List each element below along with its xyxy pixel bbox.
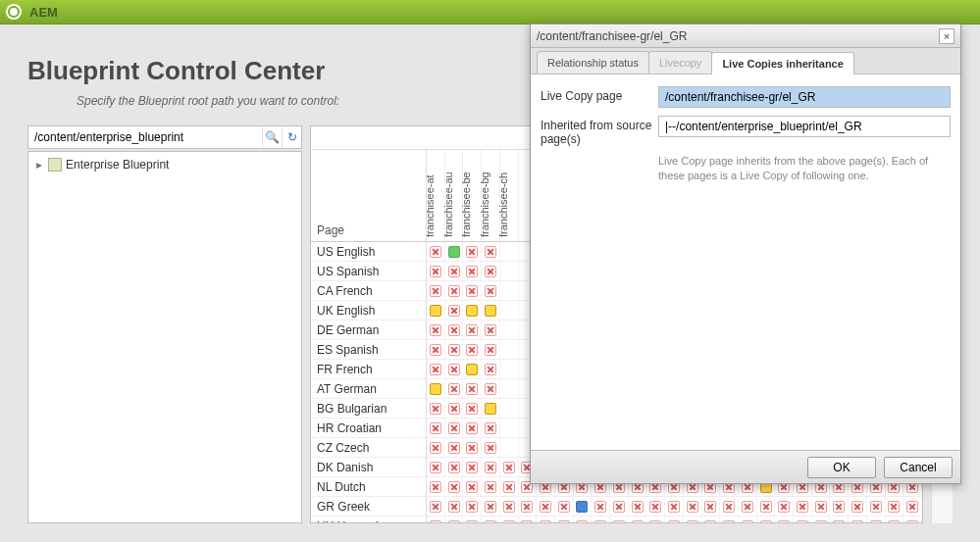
- status-cell[interactable]: [463, 497, 482, 516]
- status-cell[interactable]: [427, 379, 445, 398]
- status-cell[interactable]: [463, 242, 482, 261]
- close-icon[interactable]: ×: [939, 28, 954, 44]
- status-cell[interactable]: [482, 517, 500, 522]
- status-cell[interactable]: [775, 517, 794, 522]
- status-cell[interactable]: [445, 419, 464, 437]
- ok-button[interactable]: OK: [807, 457, 876, 478]
- status-cell[interactable]: [646, 517, 665, 522]
- status-cell[interactable]: [427, 301, 445, 320]
- status-cell[interactable]: [482, 281, 500, 300]
- page-row[interactable]: US English: [311, 242, 426, 262]
- status-cell[interactable]: [646, 497, 665, 516]
- status-cell[interactable]: [500, 517, 519, 522]
- status-cell[interactable]: [482, 301, 500, 320]
- status-cell[interactable]: [445, 340, 464, 359]
- status-cell[interactable]: [445, 379, 464, 398]
- status-cell[interactable]: [482, 360, 500, 378]
- page-row[interactable]: ES Spanish: [311, 340, 426, 360]
- status-cell[interactable]: [445, 517, 464, 522]
- status-cell[interactable]: [427, 419, 445, 437]
- status-cell[interactable]: [555, 497, 574, 516]
- status-cell[interactable]: [537, 497, 555, 516]
- status-cell[interactable]: [886, 497, 904, 516]
- page-row[interactable]: HR Croatian: [311, 419, 426, 438]
- dialog-tab[interactable]: Live Copies inheritance: [711, 52, 853, 74]
- page-row[interactable]: CA French: [311, 281, 426, 301]
- page-row[interactable]: DK Danish: [311, 458, 426, 477]
- tree-item[interactable]: ▸ Enterprise Blueprint: [32, 156, 297, 173]
- status-cell[interactable]: [574, 517, 593, 522]
- status-cell[interactable]: [500, 320, 519, 339]
- status-cell[interactable]: [482, 458, 500, 476]
- expand-icon[interactable]: ▸: [34, 158, 44, 172]
- blueprint-path-input[interactable]: [28, 126, 262, 148]
- status-cell[interactable]: [445, 458, 464, 476]
- cancel-button[interactable]: Cancel: [884, 457, 953, 478]
- status-cell[interactable]: [445, 281, 464, 300]
- dialog-tab[interactable]: Relationship status: [537, 51, 649, 74]
- status-cell[interactable]: [500, 379, 519, 398]
- status-cell[interactable]: [482, 340, 500, 359]
- status-cell[interactable]: [427, 458, 445, 476]
- status-cell[interactable]: [463, 419, 482, 437]
- status-cell[interactable]: [427, 320, 445, 339]
- status-cell[interactable]: [794, 497, 812, 516]
- status-cell[interactable]: [629, 517, 647, 522]
- status-cell[interactable]: [463, 399, 482, 418]
- status-cell[interactable]: [427, 399, 445, 418]
- status-cell[interactable]: [812, 497, 831, 516]
- status-cell[interactable]: [445, 242, 464, 261]
- status-cell[interactable]: [427, 360, 445, 378]
- status-cell[interactable]: [445, 262, 464, 280]
- status-cell[interactable]: [445, 320, 464, 339]
- status-cell[interactable]: [463, 360, 482, 378]
- page-row[interactable]: HU Hungarian: [311, 517, 426, 522]
- refresh-icon[interactable]: ↻: [282, 127, 301, 147]
- status-cell[interactable]: [482, 497, 500, 516]
- status-cell[interactable]: [463, 477, 482, 496]
- live-copy-page-input[interactable]: [658, 86, 951, 108]
- status-cell[interactable]: [720, 497, 739, 516]
- status-cell[interactable]: [665, 497, 684, 516]
- page-row[interactable]: CZ Czech: [311, 438, 426, 458]
- status-cell[interactable]: [794, 517, 812, 522]
- status-cell[interactable]: [463, 320, 482, 339]
- status-cell[interactable]: [427, 497, 445, 516]
- status-cell[interactable]: [463, 340, 482, 359]
- status-cell[interactable]: [849, 497, 867, 516]
- status-cell[interactable]: [427, 281, 445, 300]
- status-cell[interactable]: [739, 497, 757, 516]
- status-cell[interactable]: [665, 517, 684, 522]
- status-cell[interactable]: [427, 262, 445, 280]
- status-cell[interactable]: [757, 517, 776, 522]
- page-row[interactable]: GR Greek: [311, 497, 426, 517]
- status-cell[interactable]: [427, 517, 445, 522]
- page-row[interactable]: UK English: [311, 301, 426, 320]
- status-cell[interactable]: [812, 517, 831, 522]
- status-cell[interactable]: [427, 477, 445, 496]
- status-cell[interactable]: [867, 517, 886, 522]
- status-cell[interactable]: [427, 242, 445, 261]
- status-cell[interactable]: [903, 517, 922, 522]
- status-cell[interactable]: [720, 517, 739, 522]
- status-cell[interactable]: [463, 262, 482, 280]
- status-cell[interactable]: [592, 497, 610, 516]
- status-cell[interactable]: [739, 517, 757, 522]
- status-cell[interactable]: [463, 281, 482, 300]
- status-cell[interactable]: [867, 497, 886, 516]
- status-cell[interactable]: [702, 517, 721, 522]
- dialog-titlebar[interactable]: /content/franchisee-gr/el_GR ×: [531, 25, 960, 48]
- status-cell[interactable]: [519, 517, 538, 522]
- page-row[interactable]: FR French: [311, 360, 426, 379]
- status-cell[interactable]: [757, 497, 776, 516]
- status-cell[interactable]: [830, 517, 849, 522]
- page-row[interactable]: BG Bulgarian: [311, 399, 426, 419]
- status-cell[interactable]: [500, 458, 519, 476]
- status-cell[interactable]: [555, 517, 574, 522]
- status-cell[interactable]: [684, 517, 702, 522]
- status-cell[interactable]: [500, 242, 519, 261]
- status-cell[interactable]: [849, 517, 867, 522]
- status-cell[interactable]: [445, 497, 464, 516]
- inherited-from-input[interactable]: [658, 116, 951, 137]
- status-cell[interactable]: [500, 419, 519, 437]
